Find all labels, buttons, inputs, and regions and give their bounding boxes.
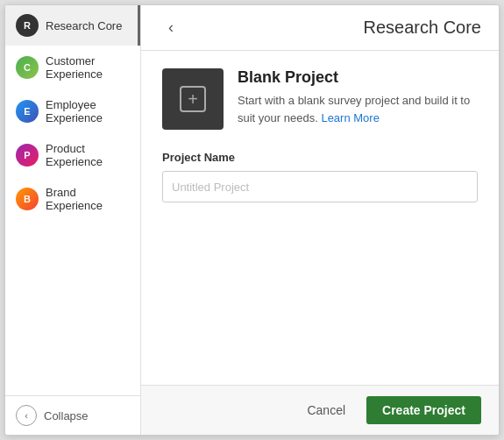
create-project-button[interactable]: Create Project bbox=[366, 396, 481, 424]
sidebar-label-brand-experience: Brand Experience bbox=[46, 186, 130, 212]
avatar-research-core: R bbox=[16, 14, 39, 37]
collapse-icon: ‹ bbox=[16, 405, 37, 426]
page-title: Research Core bbox=[363, 18, 481, 38]
project-title: Blank Project bbox=[238, 68, 478, 87]
project-name-label: Project Name bbox=[162, 151, 478, 164]
back-button[interactable]: ‹ bbox=[159, 16, 183, 40]
project-thumbnail: + bbox=[162, 68, 224, 130]
sidebar-label-employee-experience: Employee Experience bbox=[46, 98, 130, 124]
avatar-product-experience: P bbox=[16, 144, 39, 167]
sidebar-item-customer-experience[interactable]: C Customer Experience bbox=[5, 46, 140, 89]
main-content: ‹ Research Core + Blank Project Start wi… bbox=[141, 5, 499, 435]
sidebar-label-product-experience: Product Experience bbox=[46, 142, 130, 168]
sidebar-item-brand-experience[interactable]: B Brand Experience bbox=[5, 177, 140, 221]
avatar-employee-experience: E bbox=[16, 100, 39, 123]
project-card: + Blank Project Start with a blank surve… bbox=[162, 68, 478, 130]
learn-more-link[interactable]: Learn More bbox=[321, 111, 379, 124]
sidebar-label-research-core: Research Core bbox=[46, 19, 122, 32]
main-footer: Cancel Create Project bbox=[141, 385, 499, 435]
avatar-brand-experience: B bbox=[16, 188, 39, 210]
sidebar-label-customer-experience: Customer Experience bbox=[46, 54, 130, 81]
cancel-button[interactable]: Cancel bbox=[296, 396, 356, 424]
plus-icon: + bbox=[180, 86, 206, 112]
project-info-area: + Blank Project Start with a blank surve… bbox=[141, 51, 499, 385]
sidebar-item-product-experience[interactable]: P Product Experience bbox=[5, 133, 140, 177]
avatar-customer-experience: C bbox=[16, 56, 39, 79]
collapse-button[interactable]: ‹ Collapse bbox=[5, 395, 140, 435]
main-header: ‹ Research Core bbox=[141, 5, 499, 51]
sidebar-item-employee-experience[interactable]: E Employee Experience bbox=[5, 89, 140, 133]
sidebar-item-research-core[interactable]: R Research Core bbox=[5, 5, 140, 46]
sidebar-spacer bbox=[5, 221, 140, 395]
project-name-form-group: Project Name bbox=[162, 151, 478, 202]
sidebar: R Research Core C Customer Experience E … bbox=[5, 5, 141, 435]
collapse-label: Collapse bbox=[44, 409, 89, 422]
app-container: R Research Core C Customer Experience E … bbox=[4, 4, 500, 436]
project-description: Start with a blank survey project and bu… bbox=[238, 92, 478, 126]
project-name-input[interactable] bbox=[162, 171, 478, 202]
project-details: Blank Project Start with a blank survey … bbox=[238, 68, 478, 126]
